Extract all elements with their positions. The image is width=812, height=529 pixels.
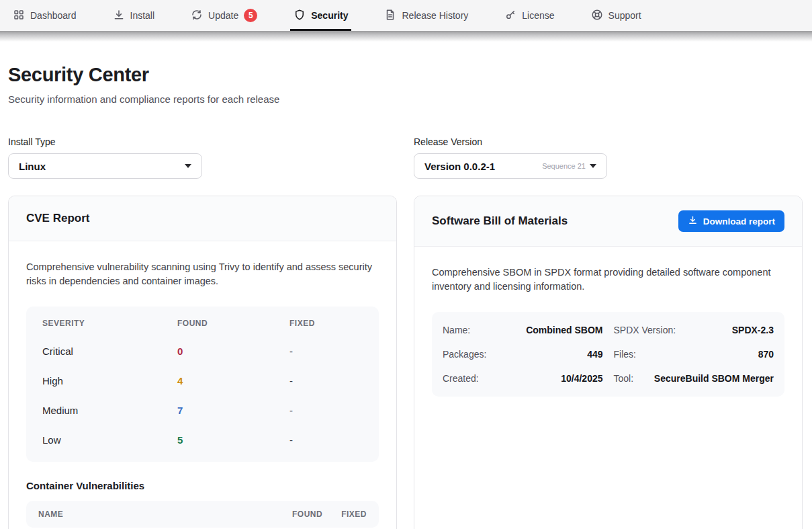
- table-row: Medium 7 -: [26, 396, 379, 425]
- nav-item-label: Release History: [402, 10, 468, 21]
- chevron-down-icon: [185, 164, 191, 168]
- sbom-card: Software Bill of Materials Download repo…: [414, 196, 803, 529]
- severity-fixed: -: [289, 375, 363, 386]
- info-value: SPDX-2.3: [732, 325, 774, 335]
- page-title: Security Center: [8, 64, 803, 86]
- table-row: Low 5 -: [26, 425, 379, 455]
- refresh-icon: [191, 9, 203, 23]
- cards-row: CVE Report Comprehensive vulnerability s…: [8, 196, 803, 529]
- shield-icon: [294, 9, 306, 23]
- col-name: NAME: [38, 510, 63, 519]
- download-report-button[interactable]: Download report: [678, 210, 784, 232]
- sbom-description: Comprehensive SBOM in SPDX format provid…: [432, 266, 784, 294]
- top-nav: Dashboard Install Update 5 Security Rele…: [0, 0, 812, 31]
- info-pair: Name: Combined SBOM: [443, 318, 603, 342]
- severity-found: 5: [177, 434, 289, 446]
- nav-item-label: Support: [608, 10, 641, 21]
- sbom-title: Software Bill of Materials: [432, 214, 568, 228]
- nav-item-label: Install: [130, 10, 155, 21]
- info-pair: Created: 10/4/2025: [443, 366, 603, 391]
- table-row: Critical 0 -: [26, 337, 379, 366]
- lifebuoy-icon: [591, 9, 603, 23]
- info-label: Tool:: [614, 373, 634, 384]
- download-report-label: Download report: [703, 216, 775, 227]
- nav-item-support[interactable]: Support: [588, 0, 645, 31]
- page-subtitle: Security information and compliance repo…: [8, 93, 803, 105]
- nav-item-label: License: [522, 10, 554, 21]
- table-row: Packages: 449 Files: 870: [443, 342, 774, 366]
- container-vulnerabilities-header: NAME FOUND FIXED: [26, 501, 379, 528]
- cve-report-header: CVE Report: [9, 196, 396, 241]
- cve-report-title: CVE Report: [26, 212, 89, 225]
- col-fixed: FIXED: [341, 510, 367, 519]
- sbom-header: Software Bill of Materials Download repo…: [414, 196, 802, 247]
- severity-name: Critical: [42, 345, 177, 357]
- nav-item-security[interactable]: Security: [290, 0, 351, 31]
- severity-name: Low: [42, 434, 177, 446]
- nav-item-label: Dashboard: [30, 10, 77, 21]
- nav-item-dashboard[interactable]: Dashboard: [9, 0, 80, 31]
- nav-item-label: Security: [311, 10, 348, 21]
- sequence-label: Sequence 21: [542, 162, 586, 170]
- document-icon: [384, 9, 396, 23]
- info-label: Name:: [443, 325, 470, 335]
- info-value: SecureBuild SBOM Merger: [654, 373, 774, 384]
- release-version-filter: Release Version Version 0.0.2-1 Sequence…: [414, 136, 803, 179]
- info-value: 449: [587, 349, 602, 360]
- info-label: Created:: [443, 373, 479, 384]
- key-icon: [504, 9, 516, 23]
- release-version-select[interactable]: Version 0.0.2-1 Sequence 21: [414, 153, 607, 179]
- severity-found: 4: [177, 375, 289, 386]
- header-scroll-shadow: [0, 31, 812, 42]
- nav-item-release-history[interactable]: Release History: [381, 0, 471, 31]
- update-count-badge: 5: [244, 9, 257, 22]
- severity-table: SEVERITY FOUND FIXED Critical 0 - High 4…: [26, 307, 379, 462]
- info-label: Files:: [614, 349, 636, 360]
- severity-found: 0: [177, 345, 289, 357]
- cve-report-card: CVE Report Comprehensive vulnerability s…: [8, 196, 397, 529]
- release-version-label: Release Version: [414, 136, 803, 147]
- cve-report-body: Comprehensive vulnerability scanning usi…: [9, 241, 396, 529]
- col-found: FOUND: [292, 510, 322, 519]
- severity-name: High: [42, 375, 177, 386]
- table-row: Created: 10/4/2025 Tool: SecureBuild SBO…: [443, 366, 774, 391]
- info-pair: Tool: SecureBuild SBOM Merger: [614, 366, 774, 391]
- security-center-page: Security Center Security information and…: [0, 64, 812, 529]
- info-value: 870: [758, 349, 774, 360]
- severity-found: 7: [177, 405, 289, 416]
- info-pair: Files: 870: [614, 342, 774, 366]
- severity-fixed: -: [289, 434, 363, 446]
- sbom-body: Comprehensive SBOM in SPDX format provid…: [414, 247, 802, 415]
- install-type-filter: Install Type Linux: [8, 136, 397, 179]
- install-type-value: Linux: [19, 161, 46, 172]
- severity-table-header: SEVERITY FOUND FIXED: [26, 310, 379, 337]
- install-type-select[interactable]: Linux: [8, 153, 202, 179]
- release-version-value: Version 0.0.2-1: [424, 161, 495, 172]
- nav-item-label: Update: [208, 10, 238, 21]
- download-icon: [688, 215, 698, 227]
- col-found: FOUND: [177, 319, 289, 328]
- severity-fixed: -: [289, 405, 363, 416]
- info-label: Packages:: [443, 349, 486, 360]
- filters-row: Install Type Linux Release Version Versi…: [8, 136, 803, 179]
- table-row: High 4 -: [26, 366, 379, 396]
- info-value: 10/4/2025: [561, 373, 602, 384]
- severity-fixed: -: [289, 345, 363, 357]
- nav-item-install[interactable]: Install: [109, 0, 159, 31]
- chevron-down-icon: [590, 164, 596, 168]
- info-value: Combined SBOM: [526, 325, 602, 335]
- sequence-group: Sequence 21: [542, 162, 596, 170]
- severity-name: Medium: [42, 405, 177, 416]
- download-icon: [113, 9, 125, 23]
- info-pair: SPDX Version: SPDX-2.3: [614, 318, 774, 342]
- container-vulnerabilities-title: Container Vulnerabilities: [26, 480, 379, 491]
- nav-item-license[interactable]: License: [501, 0, 557, 31]
- sbom-info-table: Name: Combined SBOM SPDX Version: SPDX-2…: [432, 312, 784, 397]
- dashboard-icon: [13, 9, 25, 23]
- nav-item-update[interactable]: Update 5: [187, 0, 261, 31]
- col-fixed: FIXED: [289, 319, 363, 328]
- info-pair: Packages: 449: [443, 342, 603, 366]
- install-type-label: Install Type: [8, 136, 397, 147]
- info-label: SPDX Version:: [614, 325, 676, 335]
- cve-report-description: Comprehensive vulnerability scanning usi…: [26, 260, 379, 289]
